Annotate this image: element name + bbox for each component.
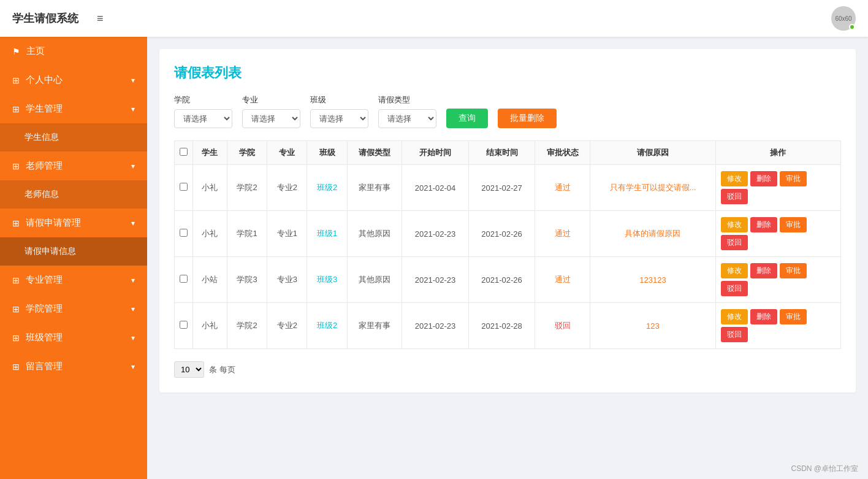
row-start: 2021-02-04	[402, 165, 468, 211]
chevron-down-icon: ▾	[131, 105, 135, 113]
sidebar-item-college-mgmt[interactable]: ⊞ 学院管理 ▾	[0, 294, 147, 323]
sidebar-item-label: 学院管理	[26, 303, 63, 315]
hamburger-icon[interactable]: ≡	[97, 12, 104, 25]
approve-button[interactable]: 审批	[780, 263, 807, 278]
table-row: 小站 学院3 专业3 班级3 其他原因 2021-02-23 2021-02-2…	[175, 257, 841, 303]
page-size-select[interactable]: 10 20 50	[174, 361, 204, 378]
row-class: 班级3	[307, 257, 347, 303]
header-class: 班级	[307, 141, 347, 165]
class-label: 班级	[310, 94, 368, 105]
sidebar-item-message-mgmt[interactable]: ⊞ 留言管理 ▾	[0, 352, 147, 381]
layout: ⚑ 主页 ⊞ 个人中心 ▾ ⊞ 学生管理 ▾ 学生信息 ⊞ 老师管理 ▾	[0, 37, 868, 479]
filter-college: 学院 请选择	[174, 94, 232, 128]
sidebar-item-label: 学生信息	[25, 132, 59, 143]
batch-delete-button[interactable]: 批量删除	[498, 109, 557, 128]
grid-icon: ⊞	[12, 304, 20, 314]
row-college: 学院1	[227, 211, 267, 257]
leave-type-select[interactable]: 请选择	[378, 109, 436, 128]
college-select[interactable]: 请选择	[174, 109, 232, 128]
row-checkbox[interactable]	[180, 275, 188, 283]
header-student: 学生	[193, 141, 227, 165]
approve-button[interactable]: 审批	[780, 217, 807, 232]
row-start: 2021-02-23	[402, 257, 468, 303]
row-actions: 修改 删除 审批 驳回	[715, 257, 840, 303]
header-status: 审批状态	[535, 141, 590, 165]
sidebar-item-home[interactable]: ⚑ 主页	[0, 37, 147, 66]
sidebar-item-major-mgmt[interactable]: ⊞ 专业管理 ▾	[0, 266, 147, 294]
sidebar-item-personal[interactable]: ⊞ 个人中心 ▾	[0, 66, 147, 94]
row-status: 通过	[535, 211, 590, 257]
approve-button[interactable]: 审批	[780, 309, 807, 324]
row-major: 专业1	[267, 211, 307, 257]
table-row: 小礼 学院2 专业2 班级2 家里有事 2021-02-04 2021-02-2…	[175, 165, 841, 211]
home-icon: ⚑	[12, 47, 20, 56]
chevron-down-icon: ▾	[131, 362, 135, 371]
delete-button[interactable]: 删除	[750, 171, 777, 186]
reject-button[interactable]: 驳回	[721, 235, 748, 250]
reject-button[interactable]: 驳回	[721, 281, 748, 296]
row-reason: 123	[590, 303, 715, 349]
search-button[interactable]: 查询	[446, 109, 488, 128]
sidebar-item-student-mgmt[interactable]: ⊞ 学生管理 ▾	[0, 94, 147, 123]
row-college: 学院2	[227, 165, 267, 211]
row-major: 专业2	[267, 165, 307, 211]
delete-button[interactable]: 删除	[750, 217, 777, 232]
sidebar-item-label: 学生管理	[26, 103, 63, 115]
grid-icon: ⊞	[12, 75, 20, 85]
grid-icon: ⊞	[12, 275, 20, 285]
sidebar-item-label: 主页	[26, 45, 45, 57]
delete-button[interactable]: 删除	[750, 263, 777, 278]
chevron-down-icon: ▾	[131, 219, 135, 228]
major-select[interactable]: 请选择	[242, 109, 300, 128]
leave-type-label: 请假类型	[378, 94, 436, 105]
sidebar: ⚑ 主页 ⊞ 个人中心 ▾ ⊞ 学生管理 ▾ 学生信息 ⊞ 老师管理 ▾	[0, 37, 147, 479]
row-end: 2021-02-26	[468, 257, 535, 303]
sidebar-item-student-info[interactable]: 学生信息	[0, 123, 147, 151]
college-label: 学院	[174, 94, 232, 105]
grid-icon: ⊞	[12, 218, 20, 228]
app-title: 学生请假系统	[12, 11, 78, 26]
sidebar-item-label: 个人中心	[26, 74, 63, 86]
row-checkbox[interactable]	[180, 321, 188, 329]
row-checkbox[interactable]	[180, 229, 188, 237]
edit-button[interactable]: 修改	[721, 217, 748, 232]
sidebar-item-label: 请假申请信息	[25, 246, 76, 257]
header-checkbox-cell	[175, 141, 193, 165]
edit-button[interactable]: 修改	[721, 263, 748, 278]
row-student: 小礼	[193, 165, 227, 211]
filter-leave-type: 请假类型 请选择	[378, 94, 436, 128]
sidebar-item-leave-info[interactable]: 请假申请信息	[0, 237, 147, 266]
sidebar-item-class-mgmt[interactable]: ⊞ 班级管理 ▾	[0, 323, 147, 352]
select-all-checkbox[interactable]	[180, 148, 188, 156]
class-select[interactable]: 请选择	[310, 109, 368, 128]
sidebar-item-leave-mgmt[interactable]: ⊞ 请假申请管理 ▾	[0, 209, 147, 237]
chevron-down-icon: ▾	[131, 76, 135, 85]
row-leave-type: 其他原因	[347, 211, 402, 257]
edit-button[interactable]: 修改	[721, 309, 748, 324]
delete-button[interactable]: 删除	[750, 309, 777, 324]
sidebar-item-label: 专业管理	[26, 274, 63, 286]
filter-major: 专业 请选择	[242, 94, 300, 128]
table-row: 小礼 学院2 专业2 班级2 家里有事 2021-02-23 2021-02-2…	[175, 303, 841, 349]
sidebar-item-teacher-mgmt[interactable]: ⊞ 老师管理 ▾	[0, 151, 147, 180]
header-end-time: 结束时间	[468, 141, 535, 165]
chevron-down-icon: ▾	[131, 305, 135, 313]
row-leave-type: 家里有事	[347, 165, 402, 211]
row-status: 通过	[535, 257, 590, 303]
sidebar-item-label: 班级管理	[26, 332, 63, 343]
sidebar-item-teacher-info[interactable]: 老师信息	[0, 180, 147, 209]
reject-button[interactable]: 驳回	[721, 189, 748, 204]
row-student: 小站	[193, 257, 227, 303]
sidebar-sub-teacher: 老师信息	[0, 180, 147, 209]
reject-button[interactable]: 驳回	[721, 327, 748, 342]
avatar[interactable]: 60x60	[831, 6, 856, 31]
row-class: 班级2	[307, 303, 347, 349]
approve-button[interactable]: 审批	[780, 171, 807, 186]
row-checkbox[interactable]	[180, 183, 188, 191]
header-major: 专业	[267, 141, 307, 165]
row-actions: 修改 删除 审批 驳回	[715, 165, 840, 211]
row-major: 专业2	[267, 303, 307, 349]
row-checkbox-cell	[175, 211, 193, 257]
row-status: 驳回	[535, 303, 590, 349]
edit-button[interactable]: 修改	[721, 171, 748, 186]
